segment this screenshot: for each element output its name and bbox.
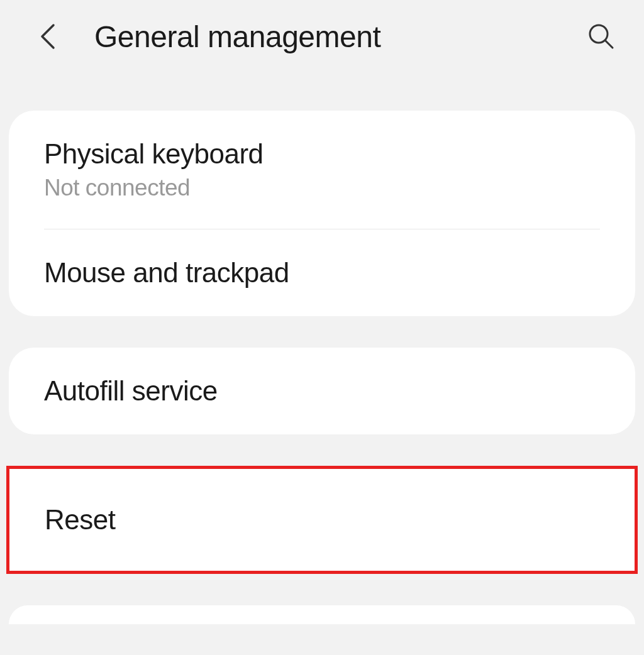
svg-point-0 bbox=[590, 25, 608, 43]
mouse-trackpad-item[interactable]: Mouse and trackpad bbox=[9, 229, 635, 316]
item-title: Physical keyboard bbox=[44, 138, 600, 170]
header: General management bbox=[0, 0, 644, 73]
item-title: Autofill service bbox=[44, 375, 600, 407]
settings-group-2: Autofill service bbox=[9, 348, 635, 434]
settings-group-4 bbox=[9, 605, 635, 624]
autofill-service-item[interactable]: Autofill service bbox=[9, 348, 635, 434]
item-title: Reset bbox=[45, 504, 599, 536]
settings-group-3: Reset bbox=[6, 466, 638, 574]
settings-group-1: Physical keyboard Not connected Mouse an… bbox=[9, 111, 635, 316]
item-title: Mouse and trackpad bbox=[44, 257, 600, 289]
reset-item[interactable]: Reset bbox=[9, 469, 635, 571]
back-button[interactable] bbox=[31, 21, 63, 52]
svg-line-1 bbox=[606, 41, 613, 48]
content: Physical keyboard Not connected Mouse an… bbox=[0, 73, 644, 624]
page-title: General management bbox=[94, 19, 552, 54]
search-button[interactable] bbox=[584, 19, 619, 54]
item-subtitle: Not connected bbox=[44, 175, 600, 201]
search-icon bbox=[587, 23, 615, 50]
back-icon bbox=[38, 23, 56, 50]
physical-keyboard-item[interactable]: Physical keyboard Not connected bbox=[9, 111, 635, 229]
